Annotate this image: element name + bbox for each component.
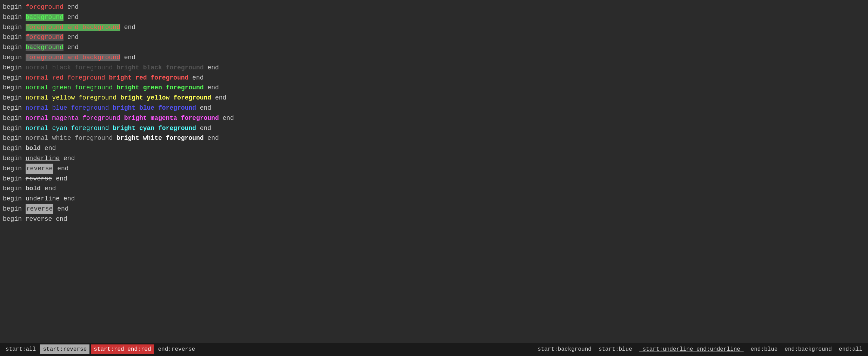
line-22: begin reverse end: [3, 214, 865, 224]
line-7: begin normal black foreground bright bla…: [3, 63, 865, 73]
status-start-all: start:all: [3, 344, 39, 354]
line-8: begin normal red foreground bright red f…: [3, 73, 865, 83]
status-start-reverse: start:reverse: [40, 344, 89, 354]
line-15: begin bold end: [3, 143, 865, 153]
terminal-content: begin foreground end begin background en…: [0, 0, 868, 343]
status-start-red-end-red: start:red end:red: [91, 344, 154, 354]
status-end-background: end:background: [782, 344, 834, 354]
status-start-background: start:background: [535, 344, 594, 354]
line-12: begin normal magenta foreground bright m…: [3, 113, 865, 123]
line-2: begin background end: [3, 12, 865, 22]
line-19: begin bold end: [3, 184, 865, 194]
line-3: begin foreground and background end: [3, 22, 865, 33]
status-end-blue: end:blue: [748, 344, 781, 354]
line-9: begin normal green foreground bright gre…: [3, 83, 865, 93]
line-6: begin foreground and background end: [3, 53, 865, 63]
statusbar: start:all start:reverse start:red end:re…: [0, 343, 868, 356]
status-start-underline-end-underline: _start:underline end:underline_: [636, 344, 747, 354]
status-end-reverse: end:reverse: [155, 344, 198, 354]
line-21: begin reverse end: [3, 204, 865, 214]
line-4: begin foreground end: [3, 32, 865, 42]
status-start-blue: start:blue: [596, 344, 635, 354]
line-20: begin underline end: [3, 194, 865, 204]
line-17: begin reverse end: [3, 164, 865, 174]
line-11: begin normal blue foreground bright blue…: [3, 103, 865, 113]
line-10: begin normal yellow foreground bright ye…: [3, 93, 865, 103]
line-13: begin normal cyan foreground bright cyan…: [3, 123, 865, 134]
line-1: begin foreground end: [3, 2, 865, 12]
line-14: begin normal white foreground bright whi…: [3, 133, 865, 143]
line-5: begin background end: [3, 42, 865, 53]
status-end-all: end:all: [836, 344, 865, 354]
terminal: begin foreground end begin background en…: [0, 0, 868, 356]
line-18: begin reverse end: [3, 174, 865, 184]
line-16: begin underline end: [3, 153, 865, 164]
